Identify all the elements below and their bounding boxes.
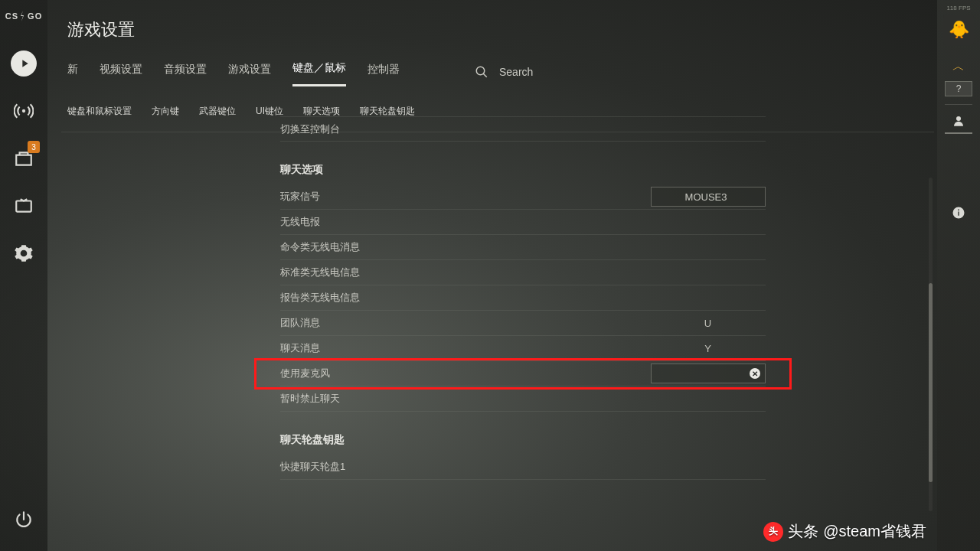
tabs-row: 新 视频设置 音频设置 游戏设置 键盘／鼠标 控制器 Search xyxy=(61,57,934,94)
profile-icon[interactable] xyxy=(945,114,972,134)
inventory-icon[interactable]: 3 xyxy=(9,144,38,173)
power-icon[interactable] xyxy=(9,505,38,534)
setting-label: 切换至控制台 xyxy=(280,122,651,136)
game-logo: CS GO xyxy=(5,11,42,21)
svg-point-0 xyxy=(22,109,25,112)
watermark-handle: @steam省钱君 xyxy=(823,521,926,542)
setting-row[interactable]: 命令类无线电消息 xyxy=(280,235,766,260)
setting-row[interactable]: 聊天消息Y xyxy=(280,336,766,361)
broadcast-icon[interactable] xyxy=(9,96,38,126)
setting-label: 玩家信号 xyxy=(280,190,651,204)
setting-label: 使用麦克风 xyxy=(280,367,651,380)
settings-icon[interactable] xyxy=(9,239,38,268)
search-icon xyxy=(475,65,488,79)
watermark-icon: 头 xyxy=(763,522,783,542)
inventory-badge: 3 xyxy=(28,141,40,153)
svg-point-2 xyxy=(956,116,961,121)
right-sidebar: 118 FPS 🐥 ︿ ? xyxy=(937,0,980,551)
clear-icon[interactable]: ✕ xyxy=(750,368,760,379)
watermark-prefix: 头条 xyxy=(788,521,818,542)
help-button[interactable]: ? xyxy=(945,81,972,96)
keybind-value: MOUSE3 xyxy=(652,191,760,203)
tab-controller[interactable]: 控制器 xyxy=(368,58,400,86)
section-title: 聊天轮盘钥匙 xyxy=(280,433,766,447)
svg-rect-1 xyxy=(16,201,31,212)
search-box[interactable]: Search xyxy=(475,65,533,79)
setting-label: 报告类无线电信息 xyxy=(280,291,651,305)
setting-row[interactable]: 玩家信号MOUSE3 xyxy=(280,184,766,210)
fps-counter: 118 FPS xyxy=(946,5,970,11)
setting-row[interactable]: 暂时禁止聊天 xyxy=(280,386,766,412)
setting-row[interactable]: 标准类无线电信息 xyxy=(280,260,766,285)
watch-icon[interactable] xyxy=(9,191,38,220)
svg-point-6 xyxy=(476,67,485,75)
info-icon[interactable] xyxy=(952,206,965,223)
keybind-input[interactable]: MOUSE3 xyxy=(651,187,766,207)
setting-label: 标准类无线电信息 xyxy=(280,266,651,279)
setting-label: 命令类无线电消息 xyxy=(280,240,651,254)
setting-label: 快捷聊天轮盘1 xyxy=(280,460,651,474)
setting-row[interactable]: 切换至控制台 xyxy=(280,116,766,142)
keybind-value[interactable]: Y xyxy=(651,343,766,354)
tab-game[interactable]: 游戏设置 xyxy=(228,58,271,86)
setting-row[interactable]: 快捷聊天轮盘1 xyxy=(280,455,766,480)
setting-label: 暂时禁止聊天 xyxy=(280,392,651,406)
setting-row[interactable]: 报告类无线电信息 xyxy=(280,285,766,311)
search-placeholder: Search xyxy=(499,66,533,78)
setting-label: 聊天消息 xyxy=(280,341,651,355)
tab-audio[interactable]: 音频设置 xyxy=(164,58,207,86)
svg-rect-4 xyxy=(958,212,959,216)
setting-row[interactable]: 使用麦克风✕ xyxy=(280,361,766,386)
left-sidebar: CS GO 3 xyxy=(0,0,47,551)
tab-new[interactable]: 新 xyxy=(67,58,78,86)
chevron-up-icon[interactable]: ︿ xyxy=(952,59,965,75)
keybind-value[interactable]: U xyxy=(651,318,766,329)
setting-label: 团队消息 xyxy=(280,316,651,330)
keybind-input[interactable]: ✕ xyxy=(651,364,766,383)
setting-label: 无线电报 xyxy=(280,215,651,229)
svg-point-5 xyxy=(958,209,959,210)
rail-divider xyxy=(945,104,972,105)
avatar[interactable]: 🐥 xyxy=(943,15,974,45)
settings-content: 切换至控制台 聊天选项玩家信号MOUSE3无线电报命令类无线电消息标准类无线电信… xyxy=(61,116,934,551)
setting-row[interactable]: 团队消息U xyxy=(280,311,766,336)
logo-left: CS xyxy=(5,11,18,21)
section-title: 聊天选项 xyxy=(280,163,766,177)
setting-row[interactable]: 无线电报 xyxy=(280,210,766,235)
main-panel: 游戏设置 新 视频设置 音频设置 游戏设置 键盘／鼠标 控制器 Search 键… xyxy=(61,0,934,551)
scrollbar-thumb[interactable] xyxy=(929,283,933,482)
tab-video[interactable]: 视频设置 xyxy=(100,58,142,86)
page-title: 游戏设置 xyxy=(61,0,934,57)
logo-right: GO xyxy=(28,11,42,21)
tab-keyboard-mouse[interactable]: 键盘／鼠标 xyxy=(292,57,346,86)
watermark: 头 头条 @steam省钱君 xyxy=(763,521,926,542)
play-button[interactable] xyxy=(9,49,38,78)
